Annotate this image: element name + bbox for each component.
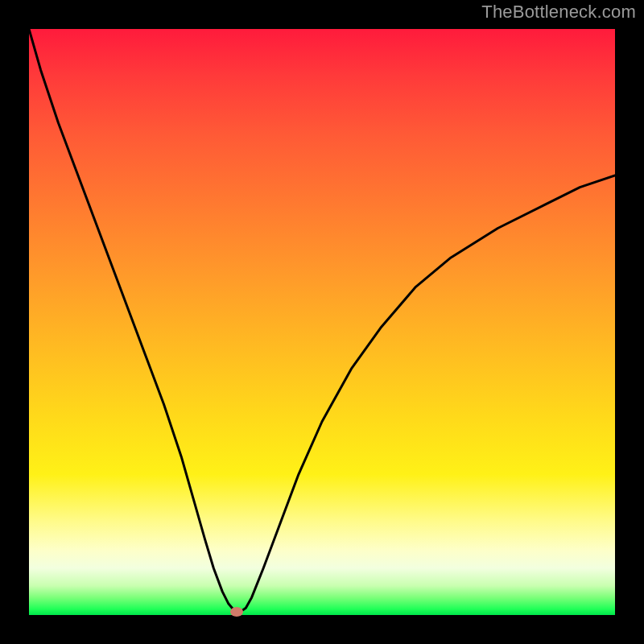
watermark-text: TheBottleneck.com (481, 2, 636, 23)
chart-stage: TheBottleneck.com (0, 0, 644, 644)
plot-area (29, 29, 615, 615)
minimum-marker (230, 607, 243, 617)
bottleneck-curve-path (29, 29, 615, 612)
curve-svg (29, 29, 615, 615)
